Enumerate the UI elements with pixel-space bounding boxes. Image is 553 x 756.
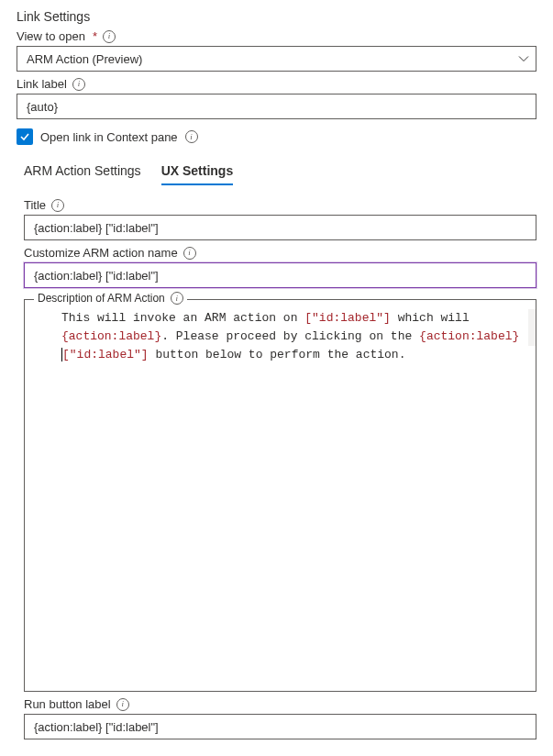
info-icon[interactable]: i <box>72 78 85 91</box>
checkmark-icon <box>19 131 30 142</box>
customize-name-input[interactable] <box>24 262 536 288</box>
info-icon[interactable]: i <box>103 30 116 43</box>
info-icon[interactable]: i <box>185 130 198 143</box>
select-value[interactable]: ARM Action (Preview) <box>17 46 536 72</box>
link-label-input[interactable] <box>17 94 536 119</box>
open-context-checkbox-row[interactable]: Open link in Context pane i <box>17 128 536 145</box>
label-text: Description of ARM Action <box>38 292 165 305</box>
view-to-open-select[interactable]: ARM Action (Preview) <box>17 46 536 72</box>
info-icon[interactable]: i <box>116 698 129 711</box>
label-text: Customize ARM action name <box>24 246 178 260</box>
view-to-open-label: View to open * i <box>17 29 536 43</box>
description-label: Description of ARM Action i <box>34 292 187 305</box>
info-icon[interactable]: i <box>51 199 64 212</box>
title-label: Title i <box>24 198 536 212</box>
description-text[interactable]: This will invoke an ARM action on ["id:l… <box>25 300 536 691</box>
open-context-checkbox[interactable] <box>17 128 33 145</box>
panel-heading: Link Settings <box>17 9 536 24</box>
info-icon[interactable]: i <box>171 292 183 305</box>
tab-ux-settings[interactable]: UX Settings <box>161 158 234 185</box>
tab-arm-action-settings[interactable]: ARM Action Settings <box>24 158 141 185</box>
label-text: Title <box>24 198 46 212</box>
label-text: Link label <box>17 77 67 91</box>
title-input[interactable] <box>24 215 536 240</box>
label-text: View to open <box>17 29 85 43</box>
label-text: Run button label <box>24 697 111 711</box>
open-context-label: Open link in Context pane <box>40 130 178 144</box>
info-icon[interactable]: i <box>183 247 196 260</box>
description-editor[interactable]: Description of ARM Action i This will in… <box>24 299 536 692</box>
link-label-label: Link label i <box>17 77 536 91</box>
tabs: ARM Action Settings UX Settings <box>17 158 536 185</box>
required-asterisk: * <box>93 29 97 43</box>
scrollbar[interactable] <box>528 309 536 346</box>
run-button-label-input[interactable] <box>24 714 536 739</box>
customize-name-label: Customize ARM action name i <box>24 246 536 260</box>
run-button-label-label: Run button label i <box>24 697 536 711</box>
